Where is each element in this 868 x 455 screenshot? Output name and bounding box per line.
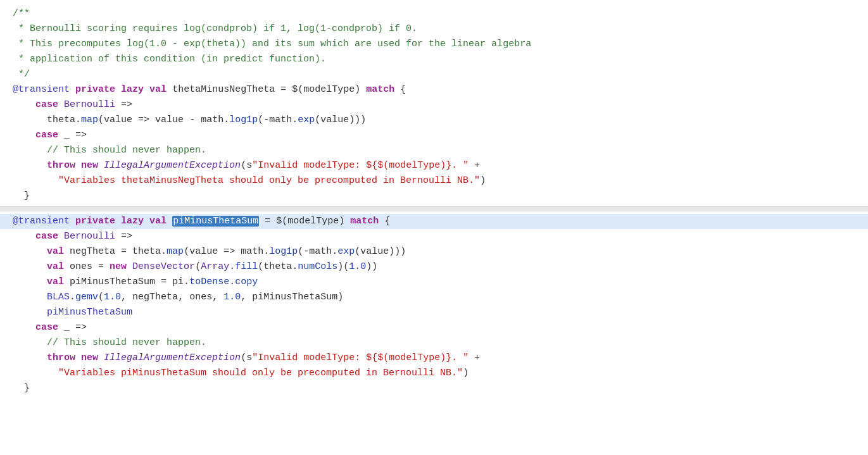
code-line-12: "Variables thetaMinusNegTheta should onl… (0, 173, 868, 189)
code-line-18: val ones = new DenseVector(Array.fill(th… (0, 259, 868, 275)
code-line-5: */ (0, 67, 868, 82)
code-line-21: piMinusThetaSum (0, 305, 868, 320)
keyword-lazy: lazy (121, 84, 144, 95)
section-separator (0, 206, 868, 211)
code-line-9: case _ => (0, 128, 868, 143)
keyword-val: val (149, 84, 167, 95)
code-line-4: * application of this condition (in pred… (0, 52, 868, 67)
keyword-match: match (366, 84, 394, 95)
code-line-7: case Bernoulli => (0, 97, 868, 113)
comment-text: * Bernoulli scoring requires log(condpro… (13, 23, 417, 34)
comment-text: * application of this condition (in pred… (13, 54, 326, 65)
comment-text: /** (13, 8, 30, 19)
identifier: thetaMinusNegTheta (172, 84, 275, 95)
code-line-3: * This precomputes log(1.0 - exp(theta))… (0, 37, 868, 52)
code-line-13: } (0, 189, 868, 204)
keyword-case: case (35, 99, 58, 110)
code-line-19: val piMinusThetaSum = pi.toDense.copy (0, 275, 868, 290)
annotation: @transient (13, 84, 70, 95)
code-line-6: @transient private lazy val thetaMinusNe… (0, 82, 868, 97)
code-line-2: * Bernoulli scoring requires log(condpro… (0, 22, 868, 37)
code-line-16: case Bernoulli => (0, 229, 868, 244)
code-line-17: val negTheta = theta.map(value => math.l… (0, 244, 868, 259)
comment-text: */ (13, 69, 30, 80)
code-line-22: case _ => (0, 320, 868, 335)
code-line-1: /** (0, 6, 868, 22)
code-line-26: } (0, 381, 868, 396)
code-line-20: BLAS.gemv(1.0, negTheta, ones, 1.0, piMi… (0, 290, 868, 305)
code-line-25: "Variables piMinusThetaSum should only b… (0, 366, 868, 381)
code-line-8: theta.map(value => value - math.log1p(-m… (0, 113, 868, 128)
code-line-24: throw new IllegalArgumentException(s"Inv… (0, 351, 868, 366)
code-line-10: // This should never happen. (0, 143, 868, 158)
code-line-15: @transient private lazy val piMinusTheta… (0, 214, 868, 229)
comment-text: * This precomputes log(1.0 - exp(theta))… (13, 39, 531, 49)
code-line-11: throw new IllegalArgumentException(s"Inv… (0, 158, 868, 173)
selected-identifier: piMinusThetaSum (172, 216, 259, 227)
code-editor: /** * Bernoulli scoring requires log(con… (0, 0, 868, 455)
code-line-23: // This should never happen. (0, 335, 868, 351)
classname-bernoulli: Bernoulli (64, 99, 115, 110)
keyword-private: private (75, 84, 115, 95)
